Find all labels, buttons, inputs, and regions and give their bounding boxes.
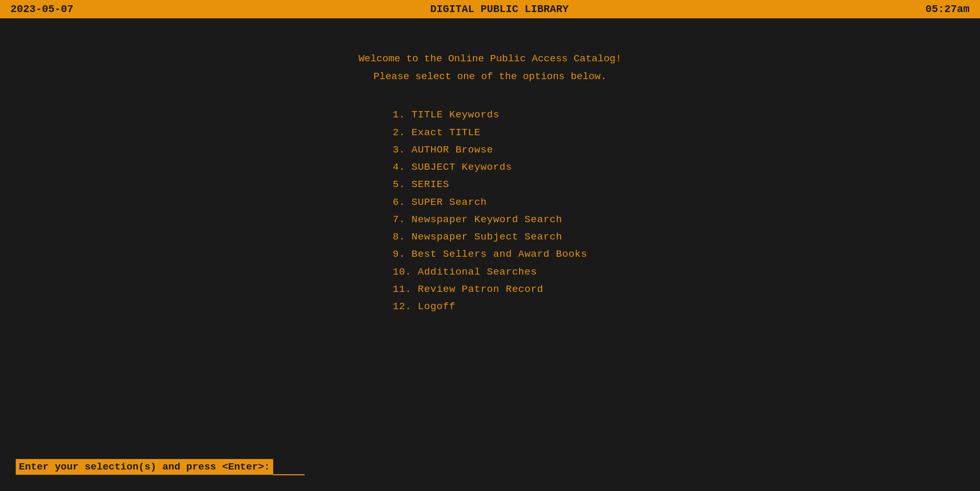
menu-item[interactable]: 1. TITLE Keywords — [393, 106, 587, 124]
menu-item[interactable]: 10. Additional Searches — [393, 264, 587, 281]
menu-item[interactable]: 8. Newspaper Subject Search — [393, 228, 587, 246]
menu-item[interactable]: 11. Review Patron Record — [393, 281, 587, 298]
menu-list: 1. TITLE Keywords 2. Exact TITLE 3. AUTH… — [393, 106, 587, 315]
menu-item[interactable]: 12. Logoff — [393, 298, 587, 315]
welcome-line2: Please select one of the options below. — [359, 68, 622, 85]
menu-item[interactable]: 4. SUBJECT Keywords — [393, 159, 587, 176]
welcome-line1: Welcome to the Online Public Access Cata… — [359, 50, 622, 68]
header-bar: 2023-05-07 DIGITAL PUBLIC LIBRARY 05:27a… — [0, 0, 980, 18]
menu-item[interactable]: 2. Exact TITLE — [393, 124, 587, 141]
menu-item[interactable]: 7. Newspaper Keyword Search — [393, 211, 587, 228]
header-title: DIGITAL PUBLIC LIBRARY — [430, 3, 568, 15]
header-time: 05:27am — [925, 3, 970, 15]
welcome-text: Welcome to the Online Public Access Cata… — [359, 50, 622, 85]
selection-input[interactable] — [273, 459, 305, 475]
input-bar: Enter your selection(s) and press <Enter… — [16, 459, 305, 475]
menu-item[interactable]: 6. SUPER Search — [393, 194, 587, 211]
input-label: Enter your selection(s) and press <Enter… — [16, 459, 273, 475]
menu-item[interactable]: 3. AUTHOR Browse — [393, 141, 587, 159]
menu-item[interactable]: 9. Best Sellers and Award Books — [393, 246, 587, 263]
menu-item[interactable]: 5. SERIES — [393, 176, 587, 193]
main-content: Welcome to the Online Public Access Cata… — [0, 18, 980, 315]
header-date: 2023-05-07 — [10, 3, 73, 15]
